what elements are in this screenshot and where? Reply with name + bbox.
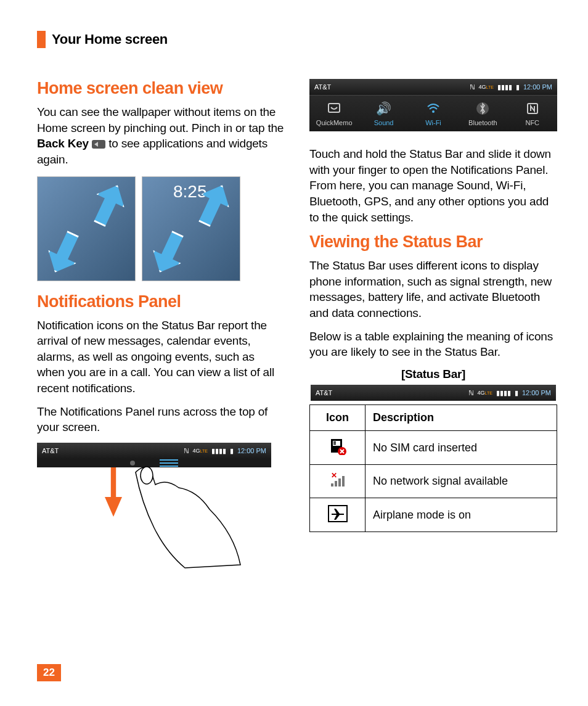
hand-icon: [111, 460, 247, 571]
th-icon: Icon: [310, 405, 365, 431]
no-signal-icon: ✕: [327, 471, 349, 490]
airplane-icon: [327, 504, 349, 523]
nfc-icon: [526, 102, 539, 115]
clock-label: 12:00 PM: [523, 83, 552, 91]
wifi-icon: [427, 102, 440, 115]
status-bar: AT&T ℕ 4GLTE ▮▮▮▮ ▮ 12:00 PM: [309, 79, 557, 95]
section-notif-title: Notifications Panel: [37, 292, 285, 311]
pinch-figure: 8:25: [37, 176, 285, 281]
td-desc: No network signal available: [365, 465, 557, 498]
4g-icon: 4GLTE: [193, 448, 208, 454]
status-bar-example: AT&T ℕ 4GLTE ▮▮▮▮ ▮ 12:00 PM: [311, 385, 556, 401]
td-desc: Airplane mode is on: [365, 498, 557, 532]
pinch-out-screenshot: [37, 176, 136, 281]
svg-rect-12: [338, 478, 341, 486]
header-accent: [37, 31, 46, 48]
icon-table: Icon Description No SIM card inserted ✕ …: [309, 404, 557, 532]
notif-panel-text: Touch and hold the Status Bar and slide …: [309, 146, 557, 225]
quick-settings-panel: QuickMemo 🔊 Sound Wi-Fi Bluetooth NFC: [309, 95, 557, 131]
qs-label: Bluetooth: [468, 119, 497, 126]
qs-bluetooth[interactable]: Bluetooth: [461, 102, 504, 126]
battery-icon: ▮: [516, 83, 520, 91]
page-header: Your Home screen: [37, 31, 557, 48]
table-row: ✕ No network signal available: [310, 465, 557, 498]
carrier-label: AT&T: [316, 389, 332, 396]
4g-icon: 4GLTE: [478, 390, 492, 396]
table-row: No SIM card inserted: [310, 431, 557, 465]
qs-label: Sound: [374, 119, 394, 126]
back-key-label: Back Key: [37, 137, 89, 150]
notif-panel-figure: AT&T ℕ 4GLTE ▮▮▮▮ ▮ 12:00 PM QuickMemo 🔊…: [309, 79, 557, 131]
qs-wifi[interactable]: Wi-Fi: [412, 102, 455, 126]
notif-text-2: The Notifications Panel runs across the …: [37, 404, 285, 435]
svg-rect-1: [329, 104, 340, 112]
sound-icon: 🔊: [376, 102, 391, 115]
th-desc: Description: [365, 405, 557, 431]
bluetooth-icon: [476, 102, 489, 115]
svg-point-0: [141, 467, 153, 484]
qs-nfc[interactable]: NFC: [511, 102, 554, 126]
statusbar-text-2: Below is a table explaining the meaning …: [309, 329, 557, 360]
arrow-icon: [86, 178, 132, 231]
clock-label: 12:00 PM: [522, 389, 551, 396]
svg-rect-7: [333, 441, 336, 443]
signal-icon: ▮▮▮▮: [496, 389, 511, 397]
svg-text:✕: ✕: [331, 472, 337, 480]
signal-icon: ▮▮▮▮: [211, 447, 226, 455]
header-title: Your Home screen: [52, 31, 168, 47]
nfc-icon: ℕ: [470, 83, 475, 91]
arrow-icon: [146, 226, 192, 279]
pinch-in-screenshot: 8:25: [142, 176, 240, 281]
battery-icon: ▮: [515, 389, 518, 397]
notif-text-1: Notification icons on the Status Bar rep…: [37, 318, 285, 396]
table-caption: [Status Bar]: [309, 367, 557, 381]
clock-widget: 8:25: [173, 182, 207, 202]
table-row: Airplane mode is on: [310, 498, 557, 532]
qs-label: NFC: [525, 119, 539, 126]
text-seg: You can see the wallpaper without items …: [37, 105, 284, 134]
nfc-icon: ℕ: [184, 447, 189, 455]
arrow-icon: [41, 226, 88, 279]
status-bar: AT&T ℕ 4GLTE ▮▮▮▮ ▮ 12:00 PM: [37, 443, 271, 459]
left-column: Home screen clean view You can see the w…: [37, 79, 285, 532]
svg-rect-10: [331, 483, 333, 486]
nfc-icon: ℕ: [468, 389, 474, 397]
clean-view-text: You can see the wallpaper without items …: [37, 104, 285, 168]
statusbar-text-1: The Status Bar uses different icons to d…: [309, 258, 557, 321]
section-clean-view-title: Home screen clean view: [37, 79, 285, 98]
quickmemo-icon: [327, 102, 341, 115]
td-desc: No SIM card inserted: [365, 431, 557, 465]
battery-icon: ▮: [230, 447, 234, 455]
page-number: 22: [37, 664, 61, 681]
qs-label: Wi-Fi: [425, 119, 441, 126]
carrier-label: AT&T: [42, 447, 59, 454]
svg-rect-11: [335, 481, 337, 486]
back-key-icon: [92, 140, 105, 149]
svg-rect-13: [342, 476, 345, 486]
right-column: AT&T ℕ 4GLTE ▮▮▮▮ ▮ 12:00 PM QuickMemo 🔊…: [309, 79, 557, 532]
carrier-label: AT&T: [314, 83, 331, 91]
qs-quickmemo[interactable]: QuickMemo: [312, 102, 356, 126]
no-sim-icon: [327, 437, 349, 456]
clock-label: 12:00 PM: [237, 447, 266, 454]
qs-label: QuickMemo: [316, 119, 353, 126]
swipe-figure: AT&T ℕ 4GLTE ▮▮▮▮ ▮ 12:00 PM: [37, 443, 271, 467]
signal-icon: ▮▮▮▮: [497, 83, 512, 91]
4g-icon: 4GLTE: [479, 84, 494, 90]
table-header-row: Icon Description: [310, 405, 557, 431]
svg-point-2: [432, 110, 435, 113]
qs-sound[interactable]: 🔊 Sound: [362, 102, 406, 126]
svg-rect-8: [333, 443, 336, 445]
section-statusbar-title: Viewing the Status Bar: [309, 232, 557, 252]
